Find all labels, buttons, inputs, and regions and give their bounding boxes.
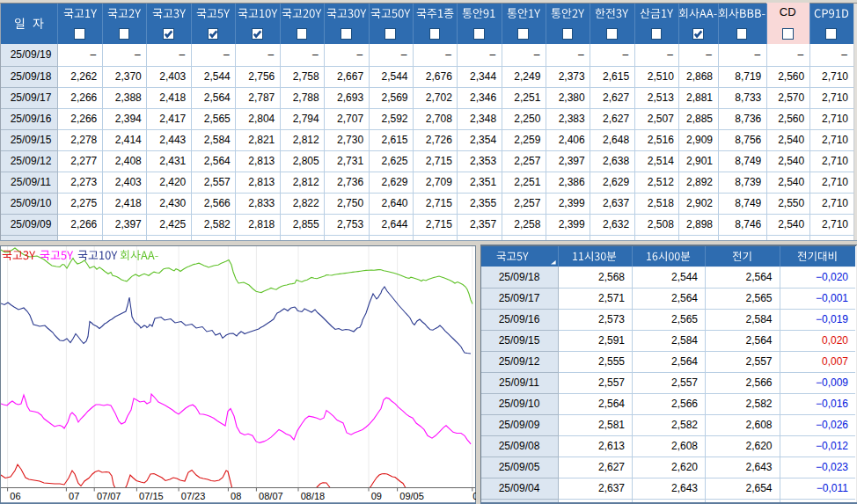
svg-text:07/07: 07/07 <box>97 491 121 501</box>
svg-text:09: 09 <box>472 491 476 501</box>
svg-text:09: 09 <box>371 491 382 501</box>
svg-text:08/07: 08/07 <box>259 491 283 501</box>
svg-text:07/15: 07/15 <box>139 491 164 501</box>
svg-text:08/18: 08/18 <box>301 491 326 501</box>
svg-text:07/23: 07/23 <box>181 491 206 501</box>
svg-text:06: 06 <box>10 491 20 501</box>
svg-text:07: 07 <box>69 491 79 501</box>
svg-text:08: 08 <box>231 491 241 501</box>
svg-text:09/05: 09/05 <box>399 491 424 501</box>
